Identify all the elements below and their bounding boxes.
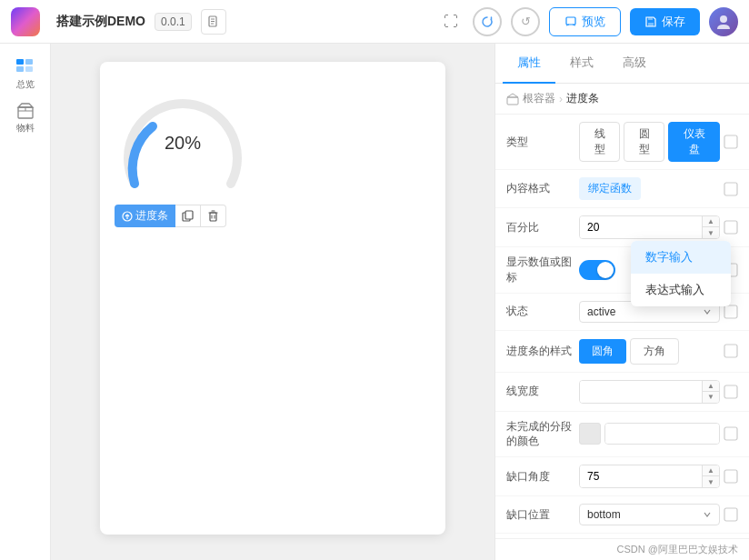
svg-rect-23: [724, 135, 737, 148]
breadcrumb-separator: ›: [559, 93, 563, 105]
tab-style[interactable]: 样式: [555, 44, 608, 84]
refresh-icon[interactable]: [473, 7, 502, 36]
svg-rect-28: [724, 345, 737, 357]
panel-tabs: 属性 样式 高级: [495, 44, 749, 84]
gap-angle-spin-up[interactable]: ▲: [703, 465, 719, 476]
svg-rect-24: [724, 183, 737, 195]
canvas-frame: 20% 进度条: [100, 62, 445, 535]
undo-icon[interactable]: ↺: [511, 7, 540, 36]
svg-rect-7: [648, 23, 654, 26]
percent-label: 百分比: [506, 220, 579, 235]
stroke-expand-icon[interactable]: [724, 385, 738, 399]
sidebar-materials-label: 物料: [16, 122, 35, 135]
stroke-input[interactable]: [580, 381, 702, 403]
percent-row: 百分比 ▲ ▼ 数字输入 表达式输入: [495, 208, 749, 247]
stroke-input-group: ▲ ▼: [579, 380, 720, 404]
box-icon: [15, 102, 36, 120]
svg-rect-12: [16, 66, 24, 72]
gap-position-row: 缺口位置 bottom: [495, 496, 749, 534]
percent-input[interactable]: [580, 216, 702, 238]
unfinished-color-row: 未完成的分段的颜色: [495, 412, 749, 458]
type-value: 线型 圆型 仪表盘: [579, 122, 720, 162]
stroke-spin-up[interactable]: ▲: [703, 381, 719, 392]
gap-position-expand-icon[interactable]: [724, 507, 738, 522]
svg-rect-27: [724, 305, 737, 318]
gap-angle-spin-down[interactable]: ▼: [703, 476, 719, 487]
status-label: 状态: [506, 304, 579, 319]
stroke-spin-buttons: ▲ ▼: [702, 381, 719, 403]
bar-style-square[interactable]: 方角: [630, 338, 679, 365]
gap-position-value: bottom: [579, 504, 720, 525]
gap-angle-value: ▲ ▼: [579, 465, 720, 488]
type-btn-line[interactable]: 线型: [579, 122, 620, 162]
breadcrumb-root[interactable]: 根容器: [523, 91, 555, 106]
type-expand-icon[interactable]: [724, 135, 738, 149]
svg-rect-11: [25, 59, 33, 65]
svg-rect-29: [724, 385, 737, 398]
unfinished-color-input-group: [604, 423, 720, 445]
progress-widget[interactable]: 20% 进度条: [115, 76, 251, 227]
show-value-toggle[interactable]: [579, 260, 615, 280]
format-row: 内容格式 绑定函数: [495, 170, 749, 208]
gap-position-select[interactable]: bottom: [579, 504, 720, 525]
expand-icon[interactable]: ⛶: [438, 9, 464, 35]
breadcrumb-home-icon: [506, 93, 519, 105]
type-label: 类型: [506, 135, 579, 150]
svg-rect-13: [25, 66, 33, 72]
topbar: 搭建示例DEMO 0.0.1 ⛶ ↺ 预览 保存: [0, 0, 749, 44]
file-icon[interactable]: [201, 9, 226, 35]
stroke-row: 线宽度 ▲ ▼: [495, 373, 749, 412]
save-button[interactable]: 保存: [630, 8, 700, 35]
unfinished-color-input[interactable]: [605, 424, 719, 444]
tab-properties[interactable]: 属性: [503, 44, 555, 84]
type-btn-gauge[interactable]: 仪表盘: [668, 122, 720, 162]
svg-rect-8: [648, 17, 653, 20]
unfinished-color-value: [579, 423, 720, 445]
bar-style-label: 进度条的样式: [506, 344, 579, 359]
percent-expand-icon[interactable]: [724, 220, 738, 235]
unfinished-color-swatch[interactable]: [579, 423, 601, 445]
grid-icon: [15, 58, 36, 76]
unfinished-color-label: 未完成的分段的颜色: [506, 419, 579, 450]
dropdown-item-expression[interactable]: 表达式输入: [631, 274, 731, 306]
version-badge[interactable]: 0.0.1: [155, 13, 192, 31]
bar-style-value: 圆角 方角: [579, 338, 720, 365]
show-value-label: 显示数值或图标: [506, 255, 579, 285]
progress-circle-container: 20%: [115, 76, 251, 208]
right-panel: 属性 样式 高级 根容器 › 进度条 类型 线型 圆型 仪表盘: [494, 44, 749, 560]
format-value: 绑定函数: [579, 177, 720, 200]
sidebar-item-overview[interactable]: 总览: [5, 55, 45, 95]
format-tag-btn[interactable]: 绑定函数: [579, 177, 641, 200]
gap-angle-spin-buttons: ▲ ▼: [702, 465, 719, 487]
svg-rect-19: [210, 213, 216, 221]
type-btn-circle[interactable]: 圆型: [624, 122, 664, 162]
gap-position-chevron-icon: [703, 510, 712, 519]
bar-style-expand-icon[interactable]: [724, 344, 738, 358]
dropdown-item-digit[interactable]: 数字输入: [631, 241, 731, 274]
tab-advanced[interactable]: 高级: [608, 44, 661, 84]
bar-style-rounded[interactable]: 圆角: [579, 339, 626, 364]
format-expand-icon[interactable]: [724, 182, 738, 196]
percent-spin-down[interactable]: ▼: [703, 227, 719, 238]
user-avatar[interactable]: [709, 7, 738, 36]
percent-spin-up[interactable]: ▲: [703, 216, 719, 227]
gap-angle-row: 缺口角度 ▲ ▼: [495, 457, 749, 496]
unfinished-color-expand-icon[interactable]: [724, 426, 738, 441]
watermark: CSDN @阿里巴巴文娱技术: [495, 538, 749, 560]
progress-value-text: 20%: [165, 132, 201, 153]
properties-content: 类型 线型 圆型 仪表盘 内容格式 绑定函数 百分比: [495, 115, 749, 538]
sidebar-item-materials[interactable]: 物料: [5, 98, 45, 138]
format-label: 内容格式: [506, 181, 579, 196]
status-chevron-icon: [703, 307, 712, 316]
svg-rect-32: [724, 508, 737, 521]
gap-angle-input[interactable]: [580, 465, 702, 487]
canvas-area: 20% 进度条: [51, 44, 494, 560]
stroke-spin-down[interactable]: ▼: [703, 392, 719, 403]
stroke-value: ▲ ▼: [579, 380, 720, 404]
gap-angle-expand-icon[interactable]: [724, 469, 738, 484]
svg-rect-18: [185, 211, 193, 219]
svg-rect-4: [566, 17, 575, 25]
breadcrumb-current: 进度条: [566, 91, 599, 106]
preview-button[interactable]: 预览: [549, 7, 621, 36]
gap-angle-input-group: ▲ ▼: [579, 465, 720, 488]
